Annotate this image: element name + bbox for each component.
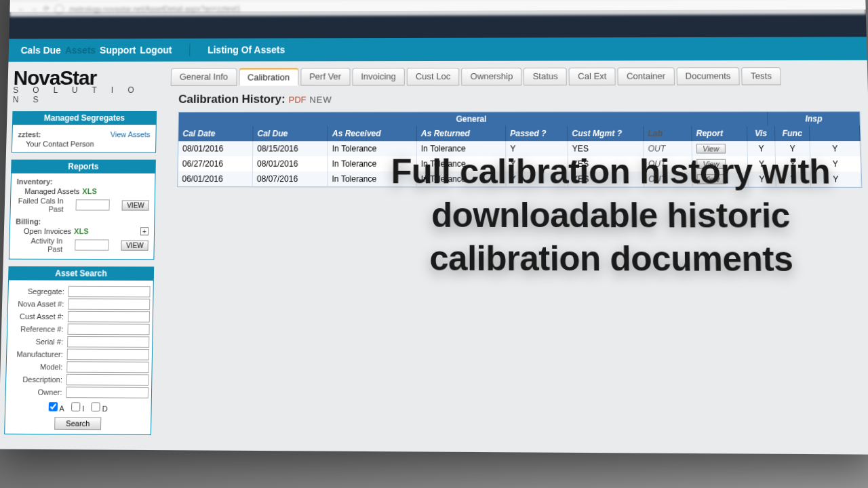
lbl-description: Description:: [12, 375, 62, 384]
lbl-reference: Reference #:: [13, 325, 64, 333]
tab-perf-ver[interactable]: Perf Ver: [300, 68, 350, 85]
tab-cal-ext[interactable]: Cal Ext: [569, 68, 616, 85]
tab-ownership[interactable]: Ownership: [462, 68, 522, 85]
tab-tests[interactable]: Tests: [742, 67, 781, 85]
lbl-nova-asset: Nova Asset #:: [14, 300, 64, 308]
inventory-label: Inventory:: [17, 178, 150, 186]
cb-d[interactable]: D: [91, 403, 108, 413]
logo-subtitle: S O L U T I O N S: [13, 85, 157, 104]
sidebar: NovaStar S O L U T I O N S Managed Segre…: [0, 62, 163, 450]
site-info-icon[interactable]: [54, 4, 64, 14]
lbl-segregate: Segregate:: [14, 287, 64, 296]
browser-window: NovaStar Solutions - Metrol…× ←→⟳ metrol…: [0, 0, 868, 455]
app-nav: Cals Due Assets Support Logout Listing O…: [8, 37, 867, 62]
cb-i[interactable]: I: [71, 402, 85, 413]
main-content: General InfoCalibrationPerf VerInvoicing…: [157, 60, 868, 455]
inp-segregate[interactable]: [68, 286, 151, 298]
inp-reference[interactable]: [67, 323, 149, 335]
tab-invoicing[interactable]: Invoicing: [352, 68, 405, 85]
panel-reports: Reports: [11, 160, 156, 174]
th-passed[interactable]: Passed ?: [506, 126, 568, 141]
managed-assets-xls[interactable]: XLS: [82, 187, 97, 195]
nav-cals-due[interactable]: Cals Due: [20, 45, 61, 56]
new-link[interactable]: NEW: [309, 95, 332, 105]
panel-managed-segregates: Managed Segregates: [12, 111, 157, 125]
th-as-received[interactable]: As Received: [328, 126, 417, 141]
th-cal-date[interactable]: Cal Date: [178, 126, 253, 141]
inp-model[interactable]: [66, 361, 149, 373]
nav-support[interactable]: Support: [100, 45, 136, 56]
th-as-returned[interactable]: As Returned: [417, 126, 506, 141]
activity-input[interactable]: [75, 239, 108, 250]
pdf-link[interactable]: PDF: [289, 95, 307, 105]
view-assets-link[interactable]: View Assets: [110, 130, 150, 138]
cb-a[interactable]: A: [49, 402, 64, 413]
expand-icon[interactable]: +: [140, 227, 149, 235]
managed-assets-label: Managed Assets: [24, 187, 79, 195]
tab-cust-loc[interactable]: Cust Loc: [407, 68, 460, 85]
inp-description[interactable]: [66, 374, 149, 386]
th-cust-mgmt[interactable]: Cust Mgmt ?: [568, 126, 644, 141]
lbl-serial: Serial #:: [13, 338, 64, 346]
panel-asset-search: Asset Search: [8, 266, 154, 281]
nav-listing[interactable]: Listing Of Assets: [208, 44, 285, 55]
inp-owner[interactable]: [66, 386, 149, 398]
failed-cals-label: Failed Cals In Past: [16, 197, 64, 213]
th-last: [810, 126, 860, 142]
inp-manufacturer[interactable]: [67, 349, 149, 361]
inp-nova-asset[interactable]: [68, 298, 150, 310]
tab-documents[interactable]: Documents: [676, 67, 740, 85]
detail-tabs: General InfoCalibrationPerf VerInvoicing…: [171, 67, 868, 86]
failed-cals-view-btn[interactable]: VIEW: [122, 200, 149, 210]
lbl-manufacturer: Manufacturer:: [12, 350, 63, 359]
billing-label: Billing:: [16, 218, 149, 226]
failed-cals-input[interactable]: [76, 199, 110, 210]
lbl-cust-asset: Cust Asset #:: [14, 312, 64, 321]
inp-serial[interactable]: [67, 336, 149, 348]
th-cal-due[interactable]: Cal Due: [253, 126, 328, 141]
browser-chrome: NovaStar Solutions - Metrol…× ←→⟳ metrol…: [9, 0, 865, 12]
lbl-owner: Owner:: [12, 388, 62, 396]
activity-view-btn[interactable]: VIEW: [121, 240, 149, 250]
inp-cust-asset[interactable]: [68, 311, 150, 323]
open-invoices-xls[interactable]: XLS: [74, 227, 89, 235]
address-bar[interactable]: ←→⟳ metrology.novastar.net/AssetDetail.a…: [9, 0, 866, 17]
th-vis[interactable]: Vis: [747, 126, 775, 141]
th-lab[interactable]: Lab: [644, 126, 692, 141]
open-invoices-label: Open Invoices: [24, 227, 72, 235]
th-func[interactable]: Func: [775, 126, 810, 141]
th-report[interactable]: Report: [692, 126, 747, 141]
col-group-general: General: [179, 112, 768, 126]
zztest-label: zztest:: [18, 130, 41, 138]
contact-person: Your Contact Person: [18, 140, 150, 148]
search-button[interactable]: Search: [54, 417, 102, 430]
tab-container[interactable]: Container: [618, 67, 675, 85]
nav-assets[interactable]: Assets: [65, 45, 96, 56]
tab-calibration[interactable]: Calibration: [239, 68, 298, 85]
tab-general-info[interactable]: General Info: [171, 68, 237, 86]
activity-label: Activity In Past: [15, 237, 63, 253]
tab-status[interactable]: Status: [524, 68, 567, 85]
logo: NovaStar: [13, 68, 157, 87]
col-group-insp: Insp: [768, 112, 860, 125]
lbl-model: Model:: [12, 363, 63, 371]
section-title: Calibration History:: [178, 93, 285, 106]
nav-logout[interactable]: Logout: [140, 45, 172, 56]
marketing-overlay: Full calibration history with downloadab…: [173, 150, 868, 282]
